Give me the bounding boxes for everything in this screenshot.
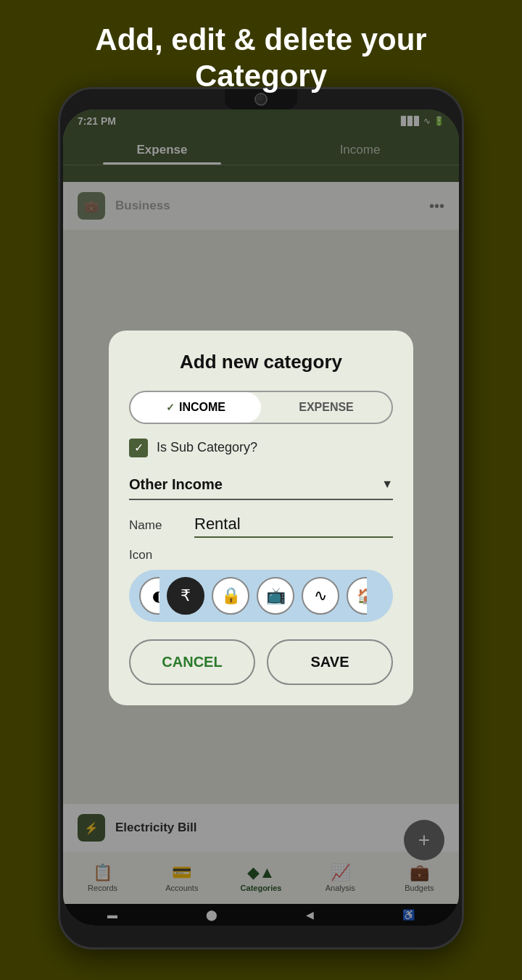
name-input-wrapper: Rental (194, 515, 393, 538)
expense-label: EXPENSE (299, 401, 354, 414)
dropdown-value: Other Income (129, 476, 223, 493)
dropdown-arrow-icon: ▼ (381, 478, 393, 491)
name-input[interactable]: Rental (194, 515, 241, 533)
dialog-title: Add new category (129, 351, 393, 373)
icon-label: Icon (129, 548, 393, 562)
type-toggle: ✓ INCOME EXPENSE (129, 391, 393, 424)
header-title-line2: Category (0, 58, 522, 94)
add-category-dialog: Add new category ✓ INCOME EXPENSE ✓ (109, 331, 413, 705)
checkbox-check-icon: ✓ (134, 441, 144, 454)
name-label: Name (129, 518, 180, 533)
safe-symbol: 🔒 (221, 586, 241, 605)
phone-screen: 7:21 PM ▊▊▊ ∿ 🔋 Expense Income 💼 Busines… (63, 109, 459, 926)
icon-safe[interactable]: 🔒 (212, 577, 249, 615)
sub-category-checkbox[interactable]: ✓ (129, 439, 148, 457)
sub-category-row: ✓ Is Sub Category? (129, 439, 393, 457)
header-text: Add, edit & delete your Category (0, 22, 522, 95)
income-label: INCOME (179, 401, 225, 414)
expense-type-button[interactable]: EXPENSE (261, 392, 392, 423)
sub-category-label: Is Sub Category? (157, 440, 257, 455)
icon-partial-left: ◐ (139, 577, 160, 615)
dialog-buttons: CANCEL SAVE (129, 639, 393, 685)
camera-inner (256, 94, 263, 101)
parent-category-dropdown[interactable]: Other Income ▼ (129, 470, 393, 500)
icon-rupee[interactable]: ₹ (167, 577, 204, 615)
save-button[interactable]: SAVE (267, 639, 393, 685)
icon-home-partial: 🏠 (347, 577, 367, 615)
cancel-button[interactable]: CANCEL (129, 639, 255, 685)
income-check-icon: ✓ (166, 402, 175, 413)
income-type-button[interactable]: ✓ INCOME (130, 392, 261, 423)
phone-frame: 7:21 PM ▊▊▊ ∿ 🔋 Expense Income 💼 Busines… (58, 87, 464, 950)
icon-strip: ◐ ₹ 🔒 📺 ∿ (129, 570, 393, 622)
tv-symbol: 📺 (266, 586, 286, 605)
name-field-row: Name Rental (129, 515, 393, 538)
dialog-overlay: Add new category ✓ INCOME EXPENSE ✓ (63, 109, 459, 926)
icon-tv[interactable]: 📺 (257, 577, 294, 615)
rupee-symbol: ₹ (181, 586, 191, 605)
header-title-line1: Add, edit & delete your (0, 22, 522, 58)
wifi-symbol: ∿ (314, 586, 327, 605)
icon-wifi[interactable]: ∿ (302, 577, 339, 615)
